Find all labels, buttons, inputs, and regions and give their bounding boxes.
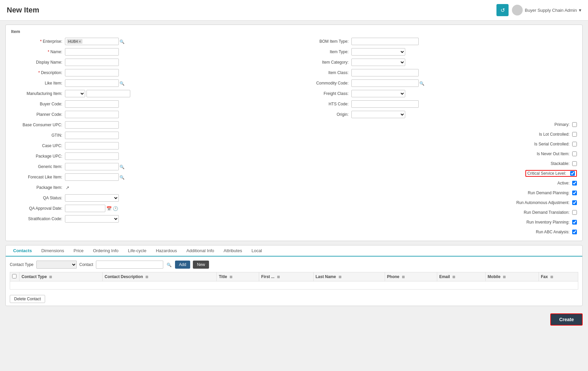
display-name-input[interactable] <box>65 59 119 66</box>
tab-additional-info[interactable]: Additional Info <box>182 245 219 257</box>
tab-life-cycle[interactable]: Life-cycle <box>123 245 151 257</box>
commodity-code-search-button[interactable] <box>419 80 425 86</box>
refresh-button[interactable]: ↺ <box>496 4 509 16</box>
stackable-checkbox[interactable] <box>572 161 577 166</box>
primary-checkbox[interactable] <box>572 122 577 127</box>
sort-first-name-icon[interactable]: ⊞ <box>277 275 280 279</box>
right-form-section: BOM Item Type: Item Type: Item Category:… <box>298 37 577 237</box>
calendar-icon[interactable]: 📅 <box>106 206 112 211</box>
origin-select[interactable] <box>351 111 405 118</box>
tab-hazardous[interactable]: Hazardous <box>151 245 182 257</box>
buyer-code-input[interactable] <box>65 100 119 108</box>
package-item-label: Package Item: <box>11 185 65 190</box>
generic-item-search-button[interactable] <box>119 164 125 169</box>
tab-dimensions[interactable]: Dimensions <box>37 245 69 257</box>
description-input[interactable] <box>65 69 119 76</box>
like-item-search-button[interactable] <box>119 80 125 86</box>
tab-price[interactable]: Price <box>69 245 89 257</box>
clock-icon[interactable]: 🕐 <box>113 206 118 211</box>
freight-class-select[interactable] <box>351 90 405 97</box>
package-item-link-button[interactable]: ↗ <box>65 185 70 190</box>
manufacturing-item-input[interactable] <box>87 90 130 97</box>
tab-ordering-info[interactable]: Ordering Info <box>88 245 123 257</box>
package-upc-input[interactable] <box>65 153 119 160</box>
base-consumer-upc-row: Base Consumer UPC: <box>11 121 291 129</box>
generic-item-input[interactable] <box>65 163 119 170</box>
run-demand-translation-row: Run Demand Translation: <box>298 209 577 216</box>
manufacturing-item-select[interactable] <box>65 90 85 97</box>
is-never-out-checkbox[interactable] <box>572 151 577 156</box>
sort-title-icon[interactable]: ⊞ <box>230 275 232 279</box>
item-category-select[interactable] <box>351 59 405 66</box>
qa-status-select[interactable] <box>65 194 119 202</box>
tab-attributes[interactable]: Attributes <box>219 245 247 257</box>
like-item-search-icon <box>119 80 125 86</box>
case-upc-input[interactable] <box>65 142 119 149</box>
stackable-label: Stackable: <box>551 161 572 166</box>
sort-fax-icon[interactable]: ⊞ <box>550 275 553 279</box>
contact-search-button[interactable] <box>166 262 172 267</box>
run-autonomous-adjustment-checkbox[interactable] <box>572 200 577 205</box>
enterprise-input[interactable]: HUB4 ✕ <box>65 38 119 45</box>
hts-code-input[interactable] <box>351 100 419 108</box>
sort-contact-type-icon[interactable]: ⊞ <box>49 275 52 279</box>
add-contact-button[interactable]: Add <box>175 261 190 269</box>
run-inventory-planning-label: Run Inventory Planning: <box>526 220 572 225</box>
sort-last-name-icon[interactable]: ⊞ <box>339 275 341 279</box>
user-dropdown-icon[interactable]: ▾ <box>579 7 581 13</box>
bom-item-type-label: BOM Item Type: <box>298 39 351 44</box>
item-class-input[interactable] <box>351 69 419 76</box>
run-demand-translation-label: Run Demand Translation: <box>524 210 572 215</box>
delete-contact-button[interactable]: Delete Contact <box>10 295 45 303</box>
is-lot-controlled-label: Is Lot Controlled: <box>539 132 572 137</box>
page-footer: Create <box>0 310 588 329</box>
sort-mobile-icon[interactable]: ⊞ <box>503 275 506 279</box>
is-lot-controlled-checkbox[interactable] <box>572 132 577 137</box>
create-button[interactable]: Create <box>550 313 583 326</box>
commodity-code-input[interactable] <box>351 79 419 87</box>
enterprise-tag-remove[interactable]: ✕ <box>78 40 81 43</box>
like-item-input[interactable] <box>65 79 119 87</box>
forecast-like-item-search-button[interactable] <box>119 174 125 180</box>
is-serial-controlled-checkbox[interactable] <box>572 142 577 146</box>
select-all-checkbox[interactable] <box>12 274 16 278</box>
sort-email-icon[interactable]: ⊞ <box>452 275 455 279</box>
item-category-row: Item Category: <box>298 58 577 66</box>
planner-code-input[interactable] <box>65 111 119 118</box>
forecast-like-item-search-icon <box>119 174 125 180</box>
contact-filter-input[interactable] <box>96 261 163 269</box>
item-type-select[interactable] <box>351 48 405 56</box>
stratification-code-select[interactable] <box>65 215 119 223</box>
bom-item-type-input[interactable] <box>351 38 419 45</box>
tab-contacts[interactable]: Contacts <box>8 245 37 257</box>
hts-code-row: HTS Code: <box>298 100 577 108</box>
sort-phone-icon[interactable]: ⊞ <box>402 275 405 279</box>
run-demand-planning-checkbox[interactable] <box>572 191 577 195</box>
th-phone: Phone ⊞ <box>385 272 437 281</box>
forecast-like-item-input[interactable] <box>65 173 119 181</box>
is-never-out-row: Is Never Out Item: <box>298 150 577 158</box>
run-demand-translation-checkbox[interactable] <box>572 210 577 215</box>
item-type-label: Item Type: <box>298 49 351 54</box>
enterprise-search-button[interactable] <box>119 39 125 44</box>
sort-contact-description-icon[interactable]: ⊞ <box>145 275 148 279</box>
critical-service-level-checkbox[interactable] <box>570 171 575 176</box>
forecast-like-item-row: Forecast Like Item: <box>11 173 291 181</box>
run-inventory-planning-checkbox[interactable] <box>572 220 577 225</box>
name-input[interactable] <box>65 48 119 56</box>
header-right: ↺ Buyer Supply Chain Admin ▾ <box>496 4 581 16</box>
run-abc-analysis-checkbox[interactable] <box>572 230 577 234</box>
th-first-name: First ... ⊞ <box>259 272 313 281</box>
contact-type-filter-select[interactable] <box>36 261 77 269</box>
th-email: Email ⊞ <box>437 272 485 281</box>
gtin-input[interactable] <box>65 132 119 139</box>
item-form-grid: * Enterprise: HUB4 ✕ * Name: <box>11 37 577 237</box>
active-row: Active: <box>298 179 577 187</box>
th-title: Title ⊞ <box>217 272 259 281</box>
qa-approval-date-input[interactable] <box>65 205 105 212</box>
new-contact-button[interactable]: New <box>193 261 209 269</box>
qa-status-row: QA Status: <box>11 194 291 202</box>
tab-local[interactable]: Local <box>247 245 267 257</box>
base-consumer-upc-input[interactable] <box>65 121 119 129</box>
active-checkbox[interactable] <box>572 181 577 186</box>
